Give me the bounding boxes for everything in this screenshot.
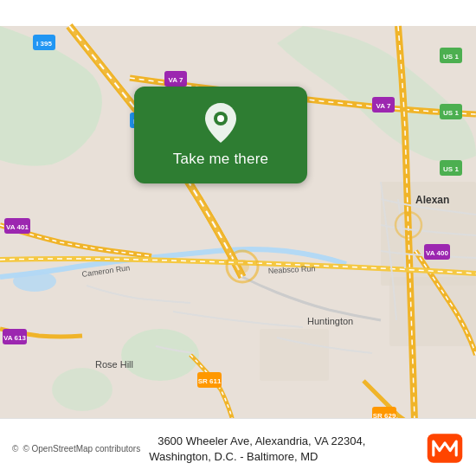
location-pin-icon	[200, 102, 241, 144]
svg-point-37	[235, 260, 249, 273]
address-section: 3600 Wheeler Ave, Alexandria, VA 22304, …	[140, 433, 426, 464]
svg-text:Alexan: Alexan	[415, 194, 449, 206]
map-container: I 395 I 395 VA 7 VA 7 US 1 US 1 US 1 VA …	[0, 0, 476, 476]
svg-text:Rose Hill: Rose Hill	[95, 359, 133, 370]
svg-point-1	[13, 271, 56, 292]
osm-symbol: ©	[12, 444, 18, 453]
svg-text:VA 613: VA 613	[3, 334, 26, 342]
svg-rect-6	[260, 329, 329, 381]
svg-text:US 1: US 1	[443, 109, 459, 117]
info-bar: © © OpenStreetMap contributors 3600 Whee…	[0, 418, 476, 476]
location-button-container: Take me there	[134, 87, 307, 183]
svg-text:Huntington: Huntington	[307, 316, 353, 326]
svg-text:US 1: US 1	[443, 165, 459, 173]
address-text: 3600 Wheeler Ave, Alexandria, VA 22304, …	[149, 434, 365, 463]
osm-text: © OpenStreetMap contributors	[23, 444, 140, 453]
svg-point-2	[121, 329, 199, 381]
take-me-there-label: Take me there	[173, 151, 268, 168]
take-me-there-button[interactable]: Take me there	[134, 87, 307, 183]
svg-text:SR 611: SR 611	[198, 377, 222, 385]
svg-text:VA 400: VA 400	[426, 249, 448, 257]
moovit-logo	[426, 429, 464, 467]
svg-text:VA 7: VA 7	[169, 76, 183, 84]
svg-point-40	[217, 115, 224, 122]
svg-text:I 395: I 395	[36, 40, 52, 48]
svg-text:VA 401: VA 401	[6, 223, 29, 231]
svg-point-3	[52, 368, 113, 411]
svg-rect-5	[389, 277, 476, 346]
osm-attribution: © © OpenStreetMap contributors	[12, 444, 140, 453]
svg-text:VA 7: VA 7	[376, 102, 391, 110]
svg-text:US 1: US 1	[443, 53, 459, 61]
